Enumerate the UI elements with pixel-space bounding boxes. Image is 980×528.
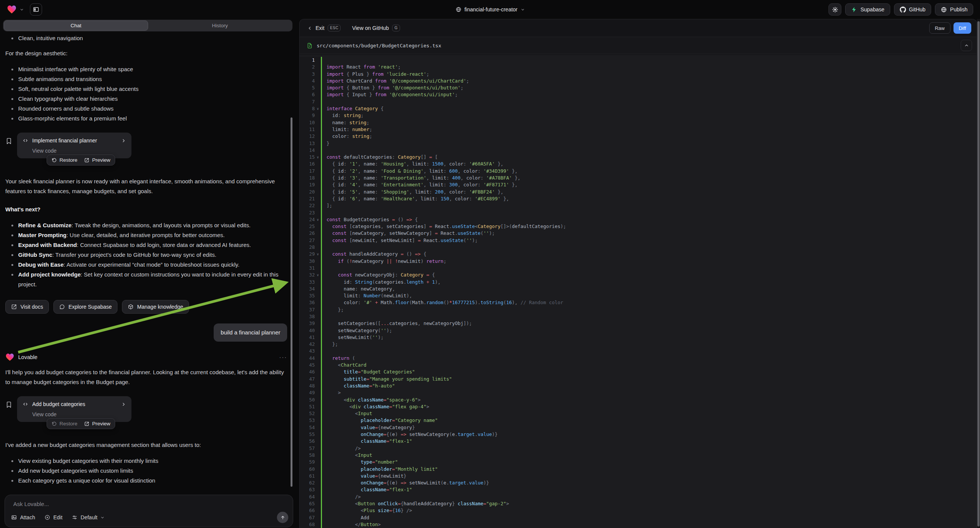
- sidebar-toggle-button[interactable]: [30, 3, 42, 16]
- line-number: 41: [300, 334, 315, 341]
- github-button[interactable]: GitHub: [894, 3, 932, 16]
- fold-marker: [315, 126, 321, 133]
- project-menu[interactable]: financial-future-creator: [455, 0, 525, 19]
- file-path[interactable]: src/components/budget/BudgetCategories.t…: [317, 43, 957, 48]
- raw-toggle-button[interactable]: Raw: [929, 22, 950, 34]
- settings-button[interactable]: [829, 3, 842, 16]
- bullet-list: Refine & Customize: Tweak the design, an…: [5, 220, 287, 289]
- line-number: 23: [300, 210, 315, 216]
- list-item: Minimalist interface with plenty of whit…: [5, 64, 287, 74]
- fold-marker[interactable]: ∨: [315, 105, 321, 112]
- code-line: 8∨interface Category {: [300, 105, 977, 112]
- fold-marker[interactable]: ∨: [315, 154, 321, 161]
- publish-button[interactable]: Publish: [935, 3, 973, 16]
- code-line: 43: [300, 348, 977, 355]
- version-card[interactable]: Implement financial plannerView codeRest…: [17, 132, 132, 158]
- line-number: 3: [300, 71, 315, 78]
- lovable-logo-icon[interactable]: [7, 5, 17, 14]
- file-bar: src/components/budget/BudgetCategories.t…: [300, 37, 977, 54]
- visit-docs-button[interactable]: Visit docs: [5, 300, 49, 313]
- code-line: 60 placeholder="Monthly limit": [300, 466, 977, 473]
- line-number: 61: [300, 473, 315, 480]
- message-menu-button[interactable]: ···: [279, 352, 287, 362]
- code-line: 31: [300, 265, 977, 272]
- line-number: 5: [300, 84, 315, 91]
- chat-input[interactable]: [13, 500, 285, 507]
- version-card[interactable]: Add budget categoriesView codeRestorePre…: [17, 396, 132, 422]
- restore-button[interactable]: Restore: [51, 421, 77, 426]
- send-button[interactable]: [277, 512, 288, 523]
- fold-marker[interactable]: ∨: [315, 272, 321, 278]
- manage-knowledge-button[interactable]: Manage knowledge: [122, 300, 189, 313]
- fold-marker[interactable]: ∨: [315, 216, 321, 223]
- code-editor[interactable]: 12import React from 'react';3import { Pl…: [300, 55, 977, 528]
- logo-chevron-down-icon[interactable]: [20, 8, 24, 12]
- code-line: 64 />: [300, 493, 977, 500]
- line-number: 1: [300, 57, 315, 64]
- panel-left-icon: [33, 6, 40, 13]
- bookmark-icon[interactable]: [5, 401, 13, 408]
- project-globe-icon: [455, 6, 461, 13]
- code-line: 63 className="flex-1": [300, 486, 977, 493]
- code-line: 3import { Plus } from 'lucide-react';: [300, 71, 977, 78]
- code-line: 52 <Input: [300, 410, 977, 417]
- diff-toggle-button[interactable]: Diff: [953, 22, 971, 34]
- code-line: 39 setCategories([...categories, newCate…: [300, 320, 977, 327]
- window-scrollbar-thumb[interactable]: [977, 21, 980, 526]
- tab-history[interactable]: History: [148, 21, 292, 31]
- fold-marker: [315, 168, 321, 175]
- explore-supabase-button[interactable]: Explore Supabase: [53, 300, 118, 313]
- fold-marker: [315, 376, 321, 383]
- preview-button[interactable]: Preview: [84, 421, 110, 426]
- fold-marker: [315, 196, 321, 202]
- line-number: 17: [300, 168, 315, 175]
- fold-marker: [315, 466, 321, 473]
- line-number: 8: [300, 105, 315, 112]
- preview-button[interactable]: Preview: [84, 157, 110, 163]
- suggestion-buttons: Visit docsExplore SupabaseManage knowled…: [5, 300, 287, 313]
- list-item: View existing budget categories with the…: [5, 456, 287, 466]
- fold-marker[interactable]: ∨: [315, 251, 321, 258]
- code-icon: [22, 401, 29, 407]
- bullet-dot-icon: [11, 480, 13, 482]
- restore-button[interactable]: Restore: [51, 157, 77, 163]
- fold-marker: [315, 320, 321, 327]
- line-number: 59: [300, 459, 315, 466]
- chat-scrollbar[interactable]: [291, 118, 293, 487]
- fold-marker: [315, 500, 321, 507]
- bullet-dot-icon: [11, 244, 13, 246]
- attach-button[interactable]: Attach: [11, 514, 35, 520]
- view-on-github-button[interactable]: View on GitHub G: [352, 25, 400, 32]
- chat-paragraph: For the design aesthetic:: [5, 48, 286, 58]
- code-line: 62 onChange={(e) => setNewLimit(e.target…: [300, 480, 977, 486]
- fold-marker: [315, 78, 321, 84]
- supabase-button[interactable]: Supabase: [845, 3, 890, 16]
- fold-marker: [315, 431, 321, 438]
- fold-marker: [315, 161, 321, 167]
- user-message-row: build a financial planner: [5, 323, 287, 342]
- fold-marker: [315, 112, 321, 119]
- collapse-file-button[interactable]: [961, 40, 972, 51]
- view-code-link[interactable]: View code: [32, 411, 126, 417]
- model-selector[interactable]: Default: [72, 514, 105, 520]
- code-line: 17 { id: '2', name: 'Food & Dining', lim…: [300, 168, 977, 175]
- line-number: 56: [300, 438, 315, 445]
- bookmark-icon[interactable]: [5, 137, 13, 145]
- fold-marker: [315, 493, 321, 500]
- fold-marker: [315, 459, 321, 466]
- code-line: 48 className="h-auto": [300, 383, 977, 390]
- fold-marker: [315, 438, 321, 445]
- code-line: 13}: [300, 140, 977, 147]
- bullet-dot-icon: [11, 38, 13, 40]
- code-icon: [22, 137, 29, 143]
- line-number: 30: [300, 258, 315, 265]
- exit-button[interactable]: Exit esc: [307, 25, 340, 32]
- line-number: 24: [300, 216, 315, 223]
- view-code-link[interactable]: View code: [32, 148, 126, 154]
- tab-chat[interactable]: Chat: [4, 21, 148, 31]
- edit-mode-button[interactable]: Edit: [45, 514, 62, 520]
- chevron-right-icon: [121, 402, 126, 407]
- code-line: 51 <div className="flex gap-4">: [300, 403, 977, 410]
- chat-panel: Chat History Clean, intuitive navigation…: [0, 19, 297, 528]
- chat-message-stream[interactable]: Clean, intuitive navigationFor the desig…: [5, 33, 287, 492]
